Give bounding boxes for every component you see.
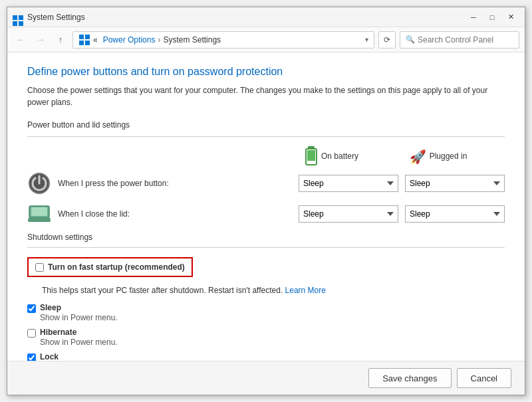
lock-checkbox[interactable] <box>27 353 36 361</box>
search-icon: 🔍 <box>406 35 415 44</box>
divider2 <box>27 247 505 248</box>
power-button-plugged-select[interactable]: Sleep Do nothing Hibernate Shut down Tur… <box>405 175 505 192</box>
fast-startup-checkbox[interactable] <box>35 263 44 272</box>
lid-battery-select[interactable]: Sleep Do nothing Hibernate Shut down Tur… <box>299 205 398 223</box>
divider1 <box>27 136 505 137</box>
fast-startup-label: Turn on fast startup (recommended) <box>48 262 185 272</box>
power-button-icon <box>27 171 51 195</box>
title-bar: System Settings ─ □ ✕ <box>7 7 525 27</box>
sleep-label: Sleep <box>40 303 118 312</box>
breadcrumb-separator1: « <box>93 35 98 45</box>
cancel-button[interactable]: Cancel <box>457 368 511 388</box>
plugged-icon: 🚀 <box>410 148 426 164</box>
minimize-button[interactable]: ─ <box>465 11 482 24</box>
breadcrumb-arrow1: › <box>158 35 160 45</box>
power-button-battery-select[interactable]: Sleep Do nothing Hibernate Shut down Tur… <box>299 175 398 192</box>
page-title: Define power buttons and turn on passwor… <box>27 66 505 78</box>
main-window: System Settings ─ □ ✕ ← → ↑ « Power Opti… <box>7 7 525 395</box>
power-button-label: When I press the power button: <box>58 179 299 188</box>
search-input[interactable] <box>418 35 513 45</box>
forward-button[interactable]: → <box>33 32 49 48</box>
shutdown-section: Shutdown settings Turn on fast startup (… <box>27 233 505 361</box>
page-description: Choose the power settings that you want … <box>27 84 505 108</box>
power-section-label: Power button and lid settings <box>27 120 505 130</box>
breadcrumb-dropdown-arrow[interactable]: ▾ <box>365 36 368 43</box>
breadcrumb-item2: System Settings <box>163 35 221 45</box>
hibernate-checkbox[interactable] <box>27 329 36 338</box>
lid-label: When I close the lid: <box>58 209 299 219</box>
breadcrumb-item1[interactable]: Power Options <box>103 35 156 45</box>
window-title: System Settings <box>27 13 465 22</box>
hibernate-label: Hibernate <box>40 328 118 337</box>
save-changes-button[interactable]: Save changes <box>368 368 451 388</box>
back-button[interactable]: ← <box>13 32 29 48</box>
hibernate-sublabel: Show in Power menu. <box>40 338 118 347</box>
power-button-selects: Sleep Do nothing Hibernate Shut down Tur… <box>299 175 505 192</box>
search-bar: 🔍 <box>400 31 519 49</box>
svg-text:🚀: 🚀 <box>410 149 426 164</box>
battery-column-header: On battery <box>279 146 385 166</box>
sleep-content: Sleep Show in Power menu. <box>40 303 118 322</box>
breadcrumb: « Power Options › System Settings ▾ <box>72 31 374 49</box>
lid-plugged-select[interactable]: Sleep Do nothing Hibernate Shut down Tur… <box>405 205 505 223</box>
learn-more-link[interactable]: Learn More <box>285 286 326 295</box>
lid-icon <box>27 202 51 226</box>
fast-startup-box: Turn on fast startup (recommended) <box>27 257 193 277</box>
shutdown-section-label: Shutdown settings <box>27 233 505 242</box>
refresh-button[interactable]: ⟳ <box>378 31 396 49</box>
breadcrumb-icon <box>78 34 90 46</box>
power-button-row: When I press the power button: Sleep Do … <box>27 171 505 195</box>
maximize-button[interactable]: □ <box>483 11 501 24</box>
battery-label: On battery <box>321 151 358 161</box>
battery-icon <box>305 146 317 166</box>
hibernate-row: Hibernate Show in Power menu. <box>27 328 505 347</box>
content-area: Define power buttons and turn on passwor… <box>7 52 525 361</box>
up-button[interactable]: ↑ <box>53 32 68 48</box>
plugged-label: Plugged in <box>430 151 467 161</box>
lid-selects: Sleep Do nothing Hibernate Shut down Tur… <box>299 205 505 223</box>
lock-row: Lock Show in account picture menu. <box>27 352 505 361</box>
lock-label: Lock <box>40 352 149 361</box>
column-headers: On battery 🚀 Plugged in <box>27 146 505 166</box>
fast-startup-desc: This helps start your PC faster after sh… <box>42 285 505 296</box>
sleep-sublabel: Show in Power menu. <box>40 313 118 322</box>
power-section: Power button and lid settings On battery <box>27 120 505 226</box>
footer: Save changes Cancel <box>7 361 525 395</box>
fast-startup-desc-text: This helps start your PC faster after sh… <box>42 286 283 295</box>
sleep-row: Sleep Show in Power menu. <box>27 303 505 322</box>
lid-row: When I close the lid: Sleep Do nothing H… <box>27 202 505 226</box>
svg-rect-7 <box>28 218 51 222</box>
hibernate-content: Hibernate Show in Power menu. <box>40 328 118 347</box>
svg-rect-2 <box>307 150 315 161</box>
fast-startup-container: Turn on fast startup (recommended) <box>27 257 505 281</box>
window-controls: ─ □ ✕ <box>465 11 519 24</box>
window-icon <box>13 12 23 23</box>
svg-rect-6 <box>31 207 47 216</box>
lock-content: Lock Show in account picture menu. <box>40 352 149 361</box>
plugged-column-header: 🚀 Plugged in <box>385 146 491 166</box>
close-button[interactable]: ✕ <box>502 11 519 24</box>
sleep-checkbox[interactable] <box>27 304 36 313</box>
address-bar: ← → ↑ « Power Options › System Settings … <box>7 27 525 52</box>
